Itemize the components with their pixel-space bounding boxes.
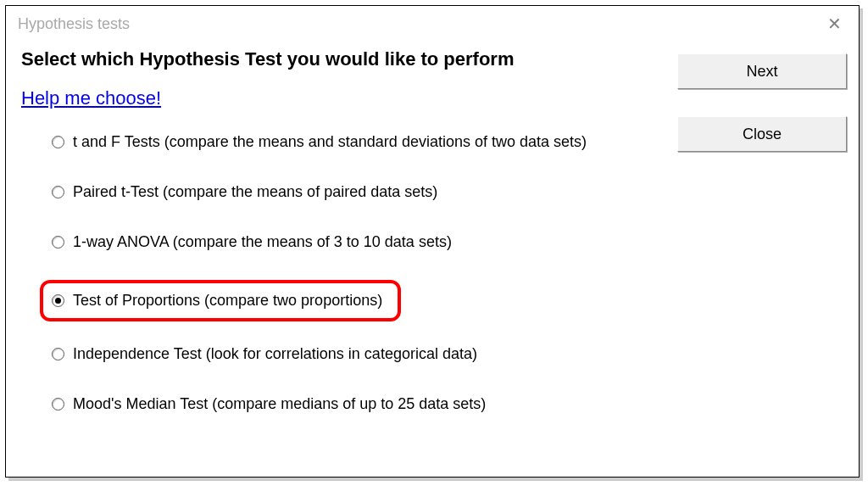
radio-icon[interactable] bbox=[52, 186, 64, 198]
titlebar: Hypothesis tests ✕ bbox=[6, 6, 859, 36]
option-test-of-proportions[interactable]: Test of Proportions (compare two proport… bbox=[52, 280, 677, 321]
options-group: t and F Tests (compare the means and sta… bbox=[21, 133, 677, 413]
close-button[interactable]: Close bbox=[677, 116, 847, 152]
option-t-and-f-tests[interactable]: t and F Tests (compare the means and sta… bbox=[52, 133, 677, 151]
option-label: t and F Tests (compare the means and sta… bbox=[73, 133, 587, 151]
radio-icon[interactable] bbox=[52, 398, 64, 411]
option-label: Mood's Median Test (compare medians of u… bbox=[73, 395, 486, 413]
dialog-body: Select which Hypothesis Test you would l… bbox=[6, 36, 859, 425]
page-heading: Select which Hypothesis Test you would l… bbox=[21, 48, 677, 70]
right-column: Next Close bbox=[677, 48, 847, 413]
close-icon[interactable]: ✕ bbox=[822, 14, 847, 34]
radio-icon[interactable] bbox=[52, 236, 64, 249]
option-anova[interactable]: 1-way ANOVA (compare the means of 3 to 1… bbox=[52, 233, 677, 251]
option-label: Paired t-Test (compare the means of pair… bbox=[73, 183, 437, 201]
dialog-window: Hypothesis tests ✕ Select which Hypothes… bbox=[5, 5, 860, 478]
option-moods-median[interactable]: Mood's Median Test (compare medians of u… bbox=[52, 395, 677, 413]
radio-icon[interactable] bbox=[52, 294, 64, 307]
help-link[interactable]: Help me choose! bbox=[21, 87, 161, 109]
radio-icon[interactable] bbox=[52, 348, 64, 360]
left-column: Select which Hypothesis Test you would l… bbox=[21, 48, 677, 413]
option-label: Independence Test (look for correlations… bbox=[73, 345, 477, 363]
dialog-title: Hypothesis tests bbox=[18, 15, 130, 33]
next-button[interactable]: Next bbox=[677, 53, 847, 89]
radio-icon[interactable] bbox=[52, 136, 64, 148]
option-label: 1-way ANOVA (compare the means of 3 to 1… bbox=[73, 233, 452, 251]
highlight-box: Test of Proportions (compare two proport… bbox=[40, 280, 401, 321]
option-label: Test of Proportions (compare two proport… bbox=[73, 292, 382, 310]
option-independence-test[interactable]: Independence Test (look for correlations… bbox=[52, 345, 677, 363]
option-paired-t-test[interactable]: Paired t-Test (compare the means of pair… bbox=[52, 183, 677, 201]
